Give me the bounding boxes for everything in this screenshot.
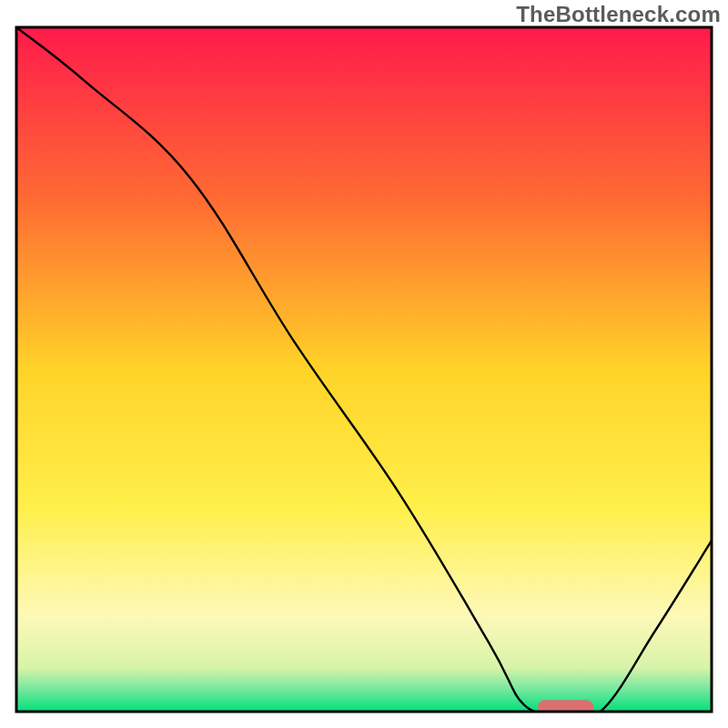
chart-stage: TheBottleneck.com [0, 0, 728, 728]
bottleneck-chart [0, 0, 728, 728]
plot-area [16, 27, 712, 719]
gradient-background [16, 27, 712, 712]
watermark-text: TheBottleneck.com [516, 2, 721, 27]
